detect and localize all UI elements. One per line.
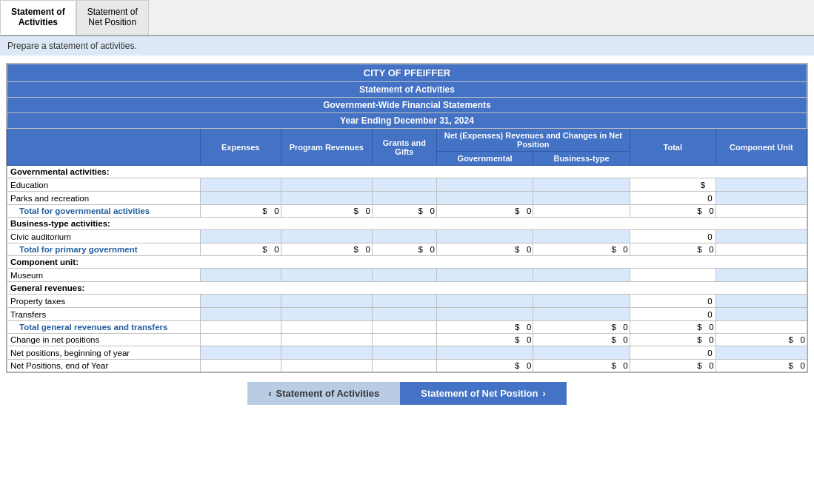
bus-input-cell[interactable]: [533, 192, 630, 205]
col-governmental: Governmental: [436, 152, 533, 166]
grants-input-cell[interactable]: [372, 346, 436, 360]
expenses-input[interactable]: [204, 310, 278, 319]
grants-input-cell[interactable]: [372, 269, 436, 282]
program-input-cell[interactable]: [281, 178, 372, 192]
expenses-input[interactable]: [204, 271, 278, 280]
grants-input[interactable]: [376, 297, 433, 306]
comp-input[interactable]: [719, 271, 804, 280]
gov-dollar: $ 0: [436, 205, 533, 218]
bus-input[interactable]: [536, 194, 626, 203]
program-input[interactable]: [284, 349, 369, 357]
bus-dollar: $ 0: [533, 243, 630, 256]
expenses-input-cell[interactable]: [200, 230, 281, 243]
expenses-input-cell[interactable]: [200, 308, 281, 321]
table-row: General revenues:: [7, 282, 807, 295]
comp-input-cell[interactable]: [715, 308, 807, 321]
comp-empty: [715, 205, 807, 218]
comp-input-cell[interactable]: [715, 230, 807, 243]
grants-input-cell[interactable]: [372, 230, 436, 243]
grants-input[interactable]: [376, 310, 433, 319]
bus-input-cell[interactable]: [533, 178, 630, 192]
grants-input[interactable]: [376, 181, 433, 189]
grants-input-cell[interactable]: [372, 295, 436, 308]
bus-input-cell[interactable]: [533, 308, 630, 321]
program-input-cell[interactable]: [281, 230, 372, 243]
gov-input-cell[interactable]: [436, 192, 533, 205]
expenses-input[interactable]: [204, 297, 278, 306]
gov-input-cell[interactable]: [436, 308, 533, 321]
comp-input-cell[interactable]: [715, 295, 807, 308]
program-input[interactable]: [284, 194, 369, 203]
bus-input-cell[interactable]: [533, 346, 630, 360]
grants-input-cell[interactable]: [372, 178, 436, 192]
bus-input-cell[interactable]: [533, 269, 630, 282]
grants-input-cell[interactable]: [372, 308, 436, 321]
expenses-input-cell[interactable]: [200, 178, 281, 192]
expenses-input[interactable]: [204, 194, 278, 203]
comp-input-cell[interactable]: [715, 192, 807, 205]
bus-input[interactable]: [536, 310, 626, 319]
gov-input[interactable]: [440, 232, 530, 241]
gov-input-cell[interactable]: [436, 178, 533, 192]
gov-input-cell[interactable]: [436, 269, 533, 282]
bus-input-cell[interactable]: [533, 230, 630, 243]
comp-input[interactable]: [719, 349, 804, 357]
program-input-cell[interactable]: [281, 192, 372, 205]
gov-input-cell[interactable]: [436, 346, 533, 360]
grants-input-cell[interactable]: [372, 192, 436, 205]
grants-input[interactable]: [376, 271, 433, 280]
prev-button[interactable]: ‹ Statement of Activities: [247, 382, 400, 405]
program-input-cell[interactable]: [281, 346, 372, 360]
expenses-input[interactable]: [204, 181, 278, 189]
expenses-input[interactable]: [204, 232, 278, 241]
expenses-input-cell[interactable]: [200, 192, 281, 205]
bus-input[interactable]: [536, 297, 626, 306]
comp-input-cell[interactable]: [715, 178, 807, 192]
comp-input-cell[interactable]: [715, 346, 807, 360]
expenses-input-cell[interactable]: [200, 269, 281, 282]
bus-input[interactable]: [536, 271, 626, 280]
bus-input-cell[interactable]: [533, 295, 630, 308]
next-button[interactable]: Statement of Net Position ›: [400, 382, 567, 405]
program-input[interactable]: [284, 271, 369, 280]
bus-input[interactable]: [536, 232, 626, 241]
total-row-label: Total for governmental activities: [7, 205, 201, 218]
program-input-cell[interactable]: [281, 295, 372, 308]
comp-input[interactable]: [719, 297, 804, 306]
grants-input[interactable]: [376, 232, 433, 241]
grants-input[interactable]: [376, 349, 433, 357]
gov-input[interactable]: [440, 349, 530, 357]
comp-input[interactable]: [719, 310, 804, 319]
gov-input[interactable]: [440, 194, 530, 203]
bus-input[interactable]: [536, 349, 626, 357]
expenses-input[interactable]: [204, 349, 278, 357]
total-dollar: $ 0: [630, 243, 715, 256]
table-row: Education $: [7, 178, 807, 192]
footer-nav: ‹ Statement of Activities Statement of N…: [0, 382, 814, 405]
program-input-cell[interactable]: [281, 308, 372, 321]
tab-net-position[interactable]: Statement ofNet Position: [76, 0, 149, 35]
expenses-input-cell[interactable]: [200, 346, 281, 360]
gov-input-cell[interactable]: [436, 295, 533, 308]
comp-input-cell[interactable]: [715, 269, 807, 282]
city-name: CITY OF PFEIFFER: [7, 64, 807, 82]
expenses-dollar: [200, 321, 281, 334]
gov-input-cell[interactable]: [436, 230, 533, 243]
col-component-unit: Component Unit: [715, 129, 807, 166]
comp-input[interactable]: [719, 194, 804, 203]
comp-input[interactable]: [719, 181, 804, 189]
program-input[interactable]: [284, 232, 369, 241]
bus-input[interactable]: [536, 181, 626, 189]
gov-input[interactable]: [440, 271, 530, 280]
tab-activities[interactable]: Statement ofActivities: [0, 0, 76, 35]
gov-input[interactable]: [440, 310, 530, 319]
program-input[interactable]: [284, 310, 369, 319]
gov-input[interactable]: [440, 181, 530, 189]
grants-input[interactable]: [376, 194, 433, 203]
program-input-cell[interactable]: [281, 269, 372, 282]
expenses-input-cell[interactable]: [200, 295, 281, 308]
program-input[interactable]: [284, 297, 369, 306]
comp-input[interactable]: [719, 232, 804, 241]
program-input[interactable]: [284, 181, 369, 189]
gov-input[interactable]: [440, 297, 530, 306]
